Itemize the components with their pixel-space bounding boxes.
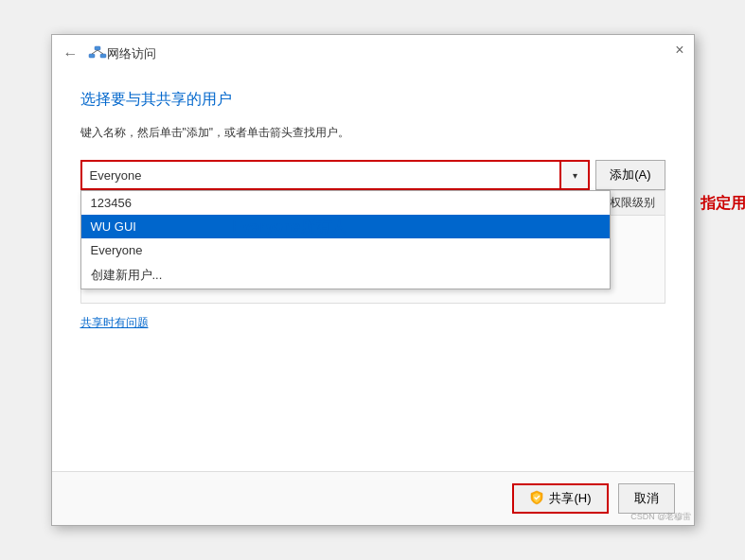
dropdown-item-everyone[interactable]: Everyone [81, 238, 610, 262]
section-title: 选择要与其共享的用户 [80, 90, 665, 110]
user-input[interactable] [80, 160, 562, 190]
svg-rect-2 [100, 54, 106, 58]
dropdown-item-123456[interactable]: 123456 指定用户 [81, 191, 610, 215]
add-button[interactable]: 添加(A) [595, 160, 665, 190]
close-button[interactable]: × [675, 43, 683, 58]
chevron-down-icon: ▾ [573, 170, 577, 181]
dialog-content: 选择要与其共享的用户 键入名称，然后单击"添加"，或者单击箭头查找用户。 123… [52, 71, 694, 471]
annotation-red: 指定用户 [701, 193, 746, 213]
instruction-text: 键入名称，然后单击"添加"，或者单击箭头查找用户。 [80, 125, 665, 141]
footer: 共享(H) 取消 [52, 471, 694, 525]
network-icon [88, 44, 107, 63]
user-input-row: 123456 指定用户 WU GUI Everyone所有人 Everyone … [80, 160, 665, 190]
dropdown-menu: 123456 指定用户 WU GUI Everyone所有人 Everyone … [80, 190, 611, 289]
svg-line-3 [92, 50, 98, 54]
watermark: CSDN @老穆雷 [630, 511, 691, 523]
svg-rect-1 [89, 54, 95, 58]
title-bar: ← 网络访问 × [52, 35, 694, 71]
svg-rect-0 [95, 46, 100, 50]
share-button[interactable]: 共享(H) [512, 483, 608, 514]
back-button[interactable]: ← [63, 45, 79, 62]
dropdown-arrow-button[interactable]: ▾ [561, 160, 590, 190]
dropdown-item-wugui[interactable]: WU GUI Everyone所有人 [81, 215, 610, 238]
shield-icon [529, 490, 544, 508]
annotation-blue: Everyone所有人 [233, 217, 346, 236]
trouble-link[interactable]: 共享时有问题 [80, 315, 149, 331]
dialog-title: 网络访问 [107, 45, 156, 62]
share-label: 共享(H) [549, 490, 591, 507]
svg-line-4 [98, 50, 103, 54]
dialog-window: ← 网络访问 × 选择要与其共享的用户 键入名称，然后单击"添加"，或者单击箭头… [51, 34, 695, 526]
dropdown-container: 123456 指定用户 WU GUI Everyone所有人 Everyone … [80, 160, 562, 190]
cancel-button[interactable]: 取消 [618, 483, 675, 514]
dropdown-item-create-new[interactable]: 创建新用户... [81, 262, 610, 289]
